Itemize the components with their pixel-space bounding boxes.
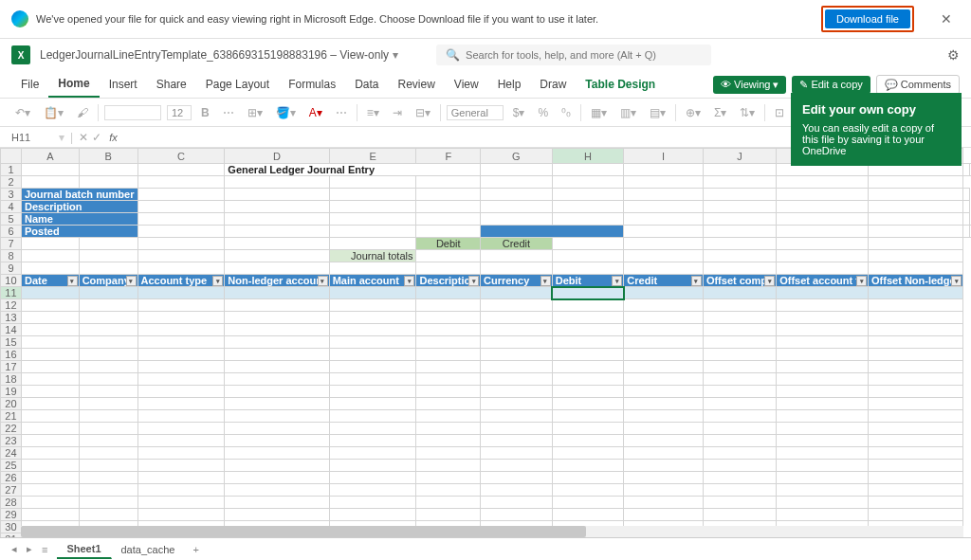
cell-A18[interactable]: [21, 373, 79, 386]
cell-L26[interactable]: [869, 472, 963, 484]
row-header-22[interactable]: 22: [1, 423, 22, 435]
cell-B19[interactable]: [79, 386, 137, 398]
cell-G20[interactable]: [481, 398, 553, 410]
cell-E12[interactable]: [329, 299, 416, 312]
cell-G23[interactable]: [481, 435, 553, 447]
table-style-icon[interactable]: ▥▾: [616, 104, 640, 121]
cond-format-icon[interactable]: ▦▾: [587, 104, 611, 121]
menu-file[interactable]: File: [11, 72, 48, 97]
font-size-input[interactable]: [167, 105, 192, 120]
filter-icon-8[interactable]: ▾: [691, 276, 702, 286]
row-header-12[interactable]: 12: [1, 299, 22, 312]
table-header-3[interactable]: Non-ledger account▾: [225, 275, 329, 287]
table-header-2[interactable]: Account type▾: [137, 275, 225, 287]
percent-icon[interactable]: %: [534, 104, 552, 121]
cell-C23[interactable]: [137, 435, 225, 447]
cell-A19[interactable]: [21, 386, 79, 398]
cell-B26[interactable]: [79, 472, 137, 484]
cell-L7[interactable]: [869, 238, 963, 250]
row-header-3[interactable]: 3: [1, 189, 22, 201]
cell-D9[interactable]: [225, 262, 329, 275]
cell-E5[interactable]: [416, 213, 481, 226]
cell-D24[interactable]: [225, 447, 329, 460]
cell-G28[interactable]: [481, 497, 553, 509]
cell-C21[interactable]: [137, 410, 225, 423]
cell-I24[interactable]: [624, 447, 704, 460]
cell-H7[interactable]: [552, 238, 624, 250]
cell-J25[interactable]: [703, 460, 776, 472]
cell-I15[interactable]: [624, 336, 704, 349]
filter-icon-2[interactable]: ▾: [212, 276, 223, 286]
menu-data[interactable]: Data: [345, 72, 388, 97]
cell-A15[interactable]: [21, 336, 79, 349]
cell-L13[interactable]: [869, 312, 963, 324]
cell-E15[interactable]: [329, 336, 416, 349]
cell-G21[interactable]: [481, 410, 553, 423]
cell-A29[interactable]: [21, 509, 79, 521]
cell-K26[interactable]: [777, 472, 869, 484]
cell-D4[interactable]: [329, 201, 416, 213]
cell-C19[interactable]: [137, 386, 225, 398]
cell-J5[interactable]: [777, 213, 869, 226]
cell-F27[interactable]: [416, 484, 481, 497]
cell-I13[interactable]: [624, 312, 704, 324]
table-header-8[interactable]: Credit▾: [624, 275, 704, 287]
cell-J15[interactable]: [703, 336, 776, 349]
filter-icon-1[interactable]: ▾: [126, 276, 137, 286]
cell-C1[interactable]: [137, 164, 225, 176]
cell-D28[interactable]: [225, 497, 329, 509]
cell-G14[interactable]: [481, 324, 553, 336]
cell-K4[interactable]: [869, 201, 963, 213]
cell-A14[interactable]: [21, 324, 79, 336]
cell-J7[interactable]: [703, 238, 776, 250]
cell-F29[interactable]: [416, 509, 481, 521]
row-header-4[interactable]: 4: [1, 201, 22, 213]
cell-I25[interactable]: [624, 460, 704, 472]
cell-H3[interactable]: [624, 189, 704, 201]
cell-G3[interactable]: [552, 189, 624, 201]
cell-H1[interactable]: [703, 164, 776, 176]
cell-H21[interactable]: [552, 410, 624, 423]
cell-A7[interactable]: [21, 238, 79, 250]
menu-view[interactable]: View: [445, 72, 488, 97]
menu-table-design[interactable]: Table Design: [576, 72, 665, 97]
cancel-formula-icon[interactable]: ✕: [79, 131, 88, 144]
cell-G5[interactable]: [552, 213, 624, 226]
cell-J23[interactable]: [703, 435, 776, 447]
row-header-18[interactable]: 18: [1, 373, 22, 386]
cell-B3[interactable]: [137, 189, 225, 201]
cell-F20[interactable]: [416, 398, 481, 410]
cell-E3[interactable]: [416, 189, 481, 201]
cell-B12[interactable]: [79, 299, 137, 312]
cell-B25[interactable]: [79, 460, 137, 472]
col-header-F[interactable]: F: [416, 149, 481, 164]
cell-G6[interactable]: [624, 226, 704, 238]
font-color-icon[interactable]: A▾: [305, 104, 326, 121]
col-header-A[interactable]: A: [21, 149, 79, 164]
cell-L4[interactable]: [963, 201, 970, 213]
cell-A11[interactable]: [21, 287, 79, 299]
cell-I19[interactable]: [624, 386, 704, 398]
cell-G2[interactable]: [481, 176, 553, 189]
cell-B29[interactable]: [79, 509, 137, 521]
cell-D16[interactable]: [225, 349, 329, 361]
cell-I5[interactable]: [703, 213, 776, 226]
col-header-J[interactable]: J: [703, 149, 776, 164]
cell-L17[interactable]: [869, 361, 963, 373]
cell-L28[interactable]: [869, 497, 963, 509]
cell-K29[interactable]: [777, 509, 869, 521]
cell-C14[interactable]: [137, 324, 225, 336]
cell-D22[interactable]: [225, 423, 329, 435]
cell-J3[interactable]: [777, 189, 869, 201]
col-header-B[interactable]: B: [79, 149, 137, 164]
cell-J13[interactable]: [703, 312, 776, 324]
cell-D7[interactable]: [225, 238, 329, 250]
cell-H19[interactable]: [552, 386, 624, 398]
cell-A27[interactable]: [21, 484, 79, 497]
cell-D21[interactable]: [225, 410, 329, 423]
cell-C25[interactable]: [137, 460, 225, 472]
cell-B21[interactable]: [79, 410, 137, 423]
cell-F23[interactable]: [416, 435, 481, 447]
cell-I2[interactable]: [624, 176, 704, 189]
cell-A21[interactable]: [21, 410, 79, 423]
